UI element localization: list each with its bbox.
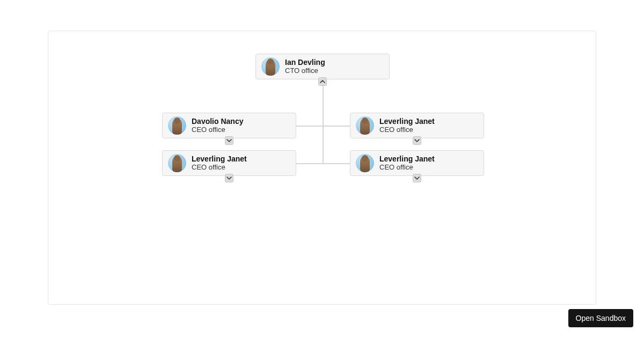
node-name: Leverling Janet: [192, 155, 247, 163]
chevron-down-icon: [414, 175, 420, 181]
chevron-down-icon: [414, 138, 420, 143]
collapse-toggle[interactable]: [318, 77, 327, 86]
node-name: Leverling Janet: [379, 117, 435, 126]
avatar-icon: [168, 116, 186, 135]
node-name: Davolio Nancy: [192, 117, 243, 126]
node-info: Ian Devling CTO office: [285, 58, 325, 75]
org-node[interactable]: Leverling Janet CEO office: [162, 150, 296, 176]
connector-line: [323, 79, 324, 163]
org-node[interactable]: Leverling Janet CEO office: [350, 150, 484, 176]
expand-toggle[interactable]: [413, 174, 421, 182]
node-title: CEO office: [192, 164, 247, 172]
open-sandbox-button[interactable]: Open Sandbox: [568, 309, 633, 327]
org-node-root[interactable]: Ian Devling CTO office: [255, 54, 390, 79]
connector-line: [296, 163, 350, 164]
org-node[interactable]: Davolio Nancy CEO office: [162, 113, 296, 138]
node-title: CEO office: [379, 164, 435, 172]
expand-toggle[interactable]: [225, 136, 233, 145]
node-title: CEO office: [192, 126, 243, 134]
node-name: Leverling Janet: [379, 155, 435, 163]
node-info: Davolio Nancy CEO office: [192, 117, 243, 134]
chevron-down-icon: [226, 138, 232, 143]
expand-toggle[interactable]: [225, 174, 233, 182]
avatar-icon: [356, 154, 374, 172]
org-node[interactable]: Leverling Janet CEO office: [350, 113, 484, 138]
node-title: CTO office: [285, 67, 325, 75]
avatar-icon: [261, 57, 280, 76]
avatar-icon: [168, 154, 186, 172]
node-title: CEO office: [379, 126, 435, 134]
chevron-up-icon: [320, 79, 325, 84]
avatar-icon: [356, 116, 374, 135]
connector-line: [296, 126, 350, 127]
expand-toggle[interactable]: [413, 136, 421, 145]
node-info: Leverling Janet CEO office: [379, 117, 435, 134]
node-info: Leverling Janet CEO office: [379, 155, 435, 171]
org-chart-canvas: Ian Devling CTO office Davolio Nancy CEO…: [48, 31, 596, 305]
node-info: Leverling Janet CEO office: [192, 155, 247, 171]
chevron-down-icon: [226, 175, 232, 181]
node-name: Ian Devling: [285, 58, 325, 67]
